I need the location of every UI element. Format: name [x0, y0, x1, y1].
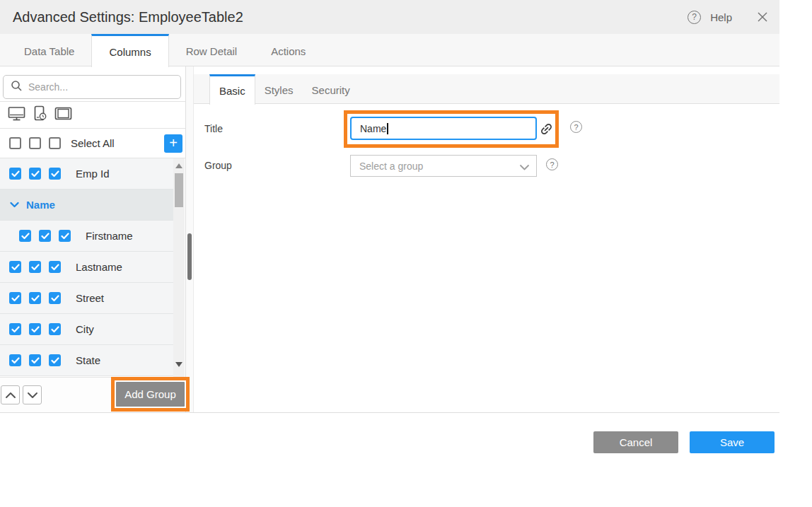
title-field-label: Title [204, 123, 223, 134]
group-row-name[interactable]: Name [0, 190, 173, 221]
tab-styles[interactable]: Styles [255, 74, 303, 104]
panel-tabbar: BasicStylesSecurity [194, 74, 779, 104]
title-help-icon[interactable]: ? [570, 121, 582, 133]
dialog-header: Advanced Settings: EmployeeTable2 ? Help [0, 0, 779, 34]
column-visibility-checkbox[interactable] [29, 261, 41, 273]
search-icon [11, 80, 23, 95]
tab-security[interactable]: Security [303, 74, 359, 104]
column-row-state[interactable]: State [0, 345, 173, 376]
column-visibility-checkbox[interactable] [49, 261, 61, 273]
chevron-down-icon[interactable] [8, 198, 21, 211]
dialog-title: Advanced Settings: EmployeeTable2 [13, 9, 243, 25]
column-row-label: City [76, 323, 94, 335]
link-icon[interactable] [539, 122, 554, 139]
text-cursor [387, 123, 388, 134]
search-placeholder: Search... [28, 81, 68, 93]
tab-actions[interactable]: Actions [254, 34, 323, 66]
column-row-street[interactable]: Street [0, 283, 173, 314]
column-settings-panel: BasicStylesSecurity Title Name ? Group S… [194, 66, 779, 412]
column-visibility-checkbox[interactable] [49, 292, 61, 304]
column-row-label: Firstname [86, 230, 133, 242]
tab-columns[interactable]: Columns [91, 34, 168, 67]
select-all-checkboxes [9, 137, 69, 149]
add-column-button[interactable]: + [164, 134, 182, 153]
column-visibility-checkbox[interactable] [9, 137, 21, 149]
column-visibility-checkbox[interactable] [49, 354, 61, 366]
column-visibility-checkbox[interactable] [9, 261, 21, 273]
column-visibility-checkbox[interactable] [49, 323, 61, 335]
title-input-value: Name [360, 123, 386, 134]
column-row-firstname[interactable]: Firstname [0, 221, 173, 252]
tablet-icon [54, 106, 72, 124]
column-visibility-checkbox[interactable] [9, 354, 21, 366]
column-visibility-checkbox[interactable] [29, 168, 41, 180]
chevron-down-icon [519, 162, 530, 173]
column-visibility-checkbox[interactable] [29, 354, 41, 366]
scroll-up-arrow-icon[interactable] [175, 163, 182, 168]
desktop-icon [8, 105, 25, 124]
move-down-button[interactable] [23, 385, 42, 404]
add-group-button[interactable]: Add Group [116, 382, 185, 407]
tab-data-table[interactable]: Data Table [7, 34, 91, 66]
chevron-down-icon [27, 389, 38, 402]
group-select-placeholder: Select a group [359, 161, 423, 172]
help-icon[interactable]: ? [688, 11, 701, 24]
column-list: Emp IdNameFirstnameLastnameStreetCitySta… [0, 158, 185, 377]
search-input[interactable]: Search... [3, 75, 181, 99]
column-visibility-checkbox[interactable] [39, 230, 51, 242]
column-visibility-checkbox[interactable] [29, 292, 41, 304]
column-visibility-checkbox[interactable] [29, 323, 41, 335]
column-visibility-checkbox[interactable] [19, 230, 31, 242]
chevron-up-icon [5, 389, 16, 402]
scroll-down-arrow-icon[interactable] [175, 362, 182, 367]
save-button[interactable]: Save [690, 431, 775, 453]
column-visibility-checkbox[interactable] [9, 292, 21, 304]
group-field-label: Group [204, 160, 232, 171]
column-row-label: Street [76, 292, 104, 304]
column-row-emp-id[interactable]: Emp Id [0, 158, 173, 190]
column-visibility-checkbox[interactable] [59, 230, 71, 242]
scrollbar-thumb[interactable] [175, 173, 183, 207]
header-actions: ? Help [688, 0, 768, 34]
cancel-button[interactable]: Cancel [593, 431, 678, 453]
column-row-label: State [76, 354, 100, 366]
footer-divider [0, 412, 779, 413]
tab-basic[interactable]: Basic [209, 74, 255, 105]
phone-icon [32, 105, 48, 124]
select-all-row: Select All + [0, 129, 185, 158]
columns-sidebar: Search... Select All + [0, 66, 185, 412]
help-label[interactable]: Help [710, 11, 732, 23]
move-up-button[interactable] [1, 385, 20, 404]
close-icon[interactable] [757, 11, 768, 23]
column-row-label: Emp Id [76, 168, 110, 180]
group-select[interactable]: Select a group [350, 155, 537, 177]
column-row-label: Lastname [76, 261, 122, 273]
title-field-highlight: Name [344, 110, 559, 148]
column-list-scrollbar[interactable] [173, 158, 185, 377]
add-group-highlight: Add Group [111, 377, 190, 412]
device-column-icons [0, 101, 185, 129]
advanced-settings-dialog: Advanced Settings: EmployeeTable2 ? Help… [0, 0, 779, 507]
column-visibility-checkbox[interactable] [49, 168, 61, 180]
panel-scrollbar[interactable] [185, 66, 194, 412]
column-visibility-checkbox[interactable] [29, 137, 41, 149]
column-row-lastname[interactable]: Lastname [0, 252, 173, 283]
column-visibility-checkbox[interactable] [9, 168, 21, 180]
column-visibility-checkbox[interactable] [9, 323, 21, 335]
column-row-city[interactable]: City [0, 314, 173, 345]
dialog-body: Search... Select All + [0, 66, 779, 412]
group-row-label: Name [26, 199, 55, 211]
screen: Advanced Settings: EmployeeTable2 ? Help… [0, 0, 812, 507]
group-help-icon[interactable]: ? [546, 158, 558, 170]
select-all-label: Select All [71, 137, 115, 149]
panel-scrollbar-thumb[interactable] [187, 233, 192, 280]
main-tabbar: Data TableColumnsRow DetailActions [0, 34, 779, 66]
column-visibility-checkbox[interactable] [49, 137, 61, 149]
title-input[interactable]: Name [350, 117, 537, 140]
tab-row-detail[interactable]: Row Detail [169, 34, 255, 66]
